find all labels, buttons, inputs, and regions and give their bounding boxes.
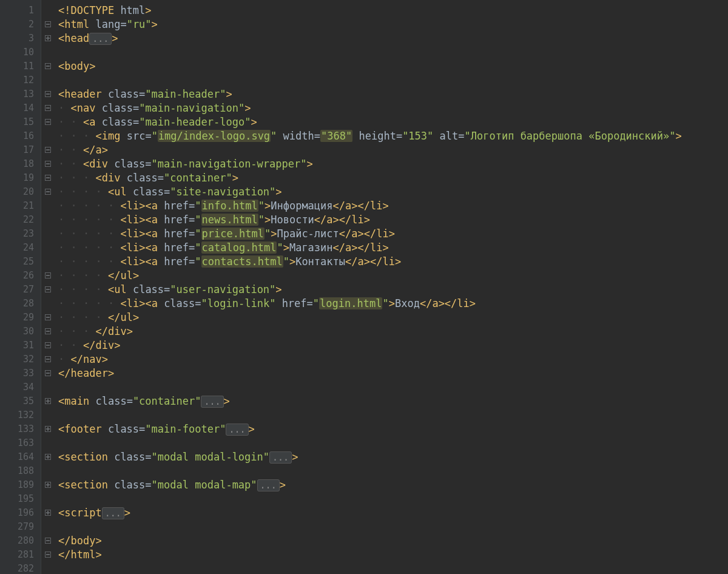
line-number[interactable]: 280	[0, 534, 41, 548]
fold-collapse-icon[interactable]	[45, 328, 51, 334]
line-number[interactable]: 24	[0, 241, 41, 255]
fold-collapse-icon[interactable]	[45, 552, 51, 558]
fold-cell[interactable]	[41, 353, 55, 366]
code-line[interactable]	[58, 73, 728, 87]
fold-cell[interactable]	[41, 339, 55, 353]
fold-collapse-icon[interactable]	[45, 370, 51, 376]
line-number[interactable]: 22	[0, 213, 41, 227]
line-number[interactable]: 15	[0, 115, 41, 129]
line-number[interactable]: 27	[0, 283, 41, 297]
code-line[interactable]: · · · · · <li><a href="contacts.html">Ко…	[58, 255, 728, 269]
fold-cell[interactable]	[41, 171, 55, 185]
code-line[interactable]: · · · · · <li><a class="login-link" href…	[58, 297, 728, 311]
code-line[interactable]: · · · <div class="container">	[58, 171, 728, 185]
line-number[interactable]: 1	[0, 4, 41, 18]
fold-collapse-icon[interactable]	[45, 21, 51, 27]
fold-cell[interactable]	[41, 325, 55, 339]
line-number[interactable]: 18	[0, 157, 41, 171]
line-number[interactable]: 34	[0, 380, 41, 394]
fold-cell[interactable]	[41, 422, 55, 436]
code-line[interactable]	[58, 492, 728, 506]
code-line[interactable]: <header class="main-header">	[58, 87, 728, 101]
fold-expand-icon[interactable]	[45, 482, 51, 488]
line-number[interactable]: 31	[0, 339, 41, 353]
fold-cell[interactable]	[41, 115, 55, 129]
code-line[interactable]	[58, 46, 728, 59]
fold-collapse-icon[interactable]	[45, 272, 51, 279]
fold-expand-icon[interactable]	[45, 398, 51, 404]
fold-expand-icon[interactable]	[45, 35, 51, 41]
fold-cell[interactable]	[41, 534, 55, 548]
fold-cell[interactable]	[41, 157, 55, 171]
code-line[interactable]	[58, 408, 728, 422]
fold-collapse-icon[interactable]	[45, 105, 51, 111]
fold-cell[interactable]	[41, 269, 55, 283]
code-line[interactable]	[58, 380, 728, 394]
code-line[interactable]: <section class="modal modal-map"...>	[58, 478, 728, 492]
code-line[interactable]: · · <a class="main-header-logo">	[58, 115, 728, 129]
code-line[interactable]	[58, 436, 728, 450]
fold-cell[interactable]	[41, 450, 55, 464]
code-line[interactable]: · · · · </ul>	[58, 311, 728, 325]
line-number[interactable]: 20	[0, 185, 41, 199]
line-number[interactable]: 163	[0, 436, 41, 450]
code-line[interactable]: · </nav>	[58, 353, 728, 366]
line-number[interactable]: 195	[0, 492, 41, 506]
line-number[interactable]: 28	[0, 297, 41, 311]
fold-cell[interactable]	[41, 283, 55, 297]
fold-collapse-icon[interactable]	[45, 314, 51, 320]
code-line[interactable]: <body>	[58, 59, 728, 73]
line-number[interactable]: 188	[0, 464, 41, 478]
fold-cell[interactable]	[41, 478, 55, 492]
fold-cell[interactable]	[41, 394, 55, 408]
line-number[interactable]: 25	[0, 255, 41, 269]
line-number[interactable]: 3	[0, 32, 41, 46]
line-number[interactable]: 17	[0, 143, 41, 157]
fold-collapse-icon[interactable]	[45, 189, 51, 195]
code-line[interactable]: </body>	[58, 534, 728, 548]
code-line[interactable]	[58, 562, 728, 574]
code-line[interactable]: <head...>	[58, 32, 728, 46]
line-number[interactable]: 11	[0, 59, 41, 73]
code-line[interactable]: · · <div class="main-navigation-wrapper"…	[58, 157, 728, 171]
fold-cell[interactable]	[41, 32, 55, 46]
code-line[interactable]: <script...>	[58, 506, 728, 520]
code-line[interactable]: · · · · · <li><a href="info.html">Информ…	[58, 199, 728, 213]
fold-cell[interactable]	[41, 548, 55, 562]
fold-collapse-icon[interactable]	[45, 119, 51, 125]
line-number[interactable]: 33	[0, 366, 41, 380]
fold-cell[interactable]	[41, 101, 55, 115]
line-number[interactable]: 12	[0, 73, 41, 87]
line-number[interactable]: 32	[0, 353, 41, 366]
line-number[interactable]: 282	[0, 562, 41, 574]
fold-expand-icon[interactable]	[45, 454, 51, 460]
fold-column[interactable]	[41, 0, 55, 574]
line-number[interactable]: 196	[0, 506, 41, 520]
code-line[interactable]: · · · · <ul class="site-navigation">	[58, 185, 728, 199]
fold-collapse-icon[interactable]	[45, 356, 51, 362]
fold-collapse-icon[interactable]	[45, 538, 51, 544]
fold-cell[interactable]	[41, 311, 55, 325]
line-number[interactable]: 26	[0, 269, 41, 283]
line-number[interactable]: 21	[0, 199, 41, 213]
line-number[interactable]: 23	[0, 227, 41, 241]
fold-collapse-icon[interactable]	[45, 147, 51, 153]
code-line[interactable]: <section class="modal modal-login"...>	[58, 450, 728, 464]
line-number[interactable]: 279	[0, 520, 41, 534]
fold-cell[interactable]	[41, 18, 55, 32]
code-line[interactable]: · · · · · <li><a href="news.html">Новост…	[58, 213, 728, 227]
line-number[interactable]: 16	[0, 129, 41, 143]
code-line[interactable]: · · · · <ul class="user-navigation">	[58, 283, 728, 297]
code-line[interactable]: <html lang="ru">	[58, 18, 728, 32]
line-number[interactable]: 14	[0, 101, 41, 115]
code-line[interactable]: · · · <img src="img/index-logo.svg" widt…	[58, 129, 728, 143]
code-line[interactable]: · · · </div>	[58, 325, 728, 339]
line-number[interactable]: 10	[0, 46, 41, 59]
fold-collapse-icon[interactable]	[45, 161, 51, 167]
line-number[interactable]: 164	[0, 450, 41, 464]
code-editor[interactable]: 1231011121314151617181920212223242526272…	[0, 0, 728, 574]
line-number[interactable]: 132	[0, 408, 41, 422]
fold-cell[interactable]	[41, 87, 55, 101]
code-line[interactable]: · · · · · <li><a href="price.html">Прайс…	[58, 227, 728, 241]
line-number[interactable]: 13	[0, 87, 41, 101]
